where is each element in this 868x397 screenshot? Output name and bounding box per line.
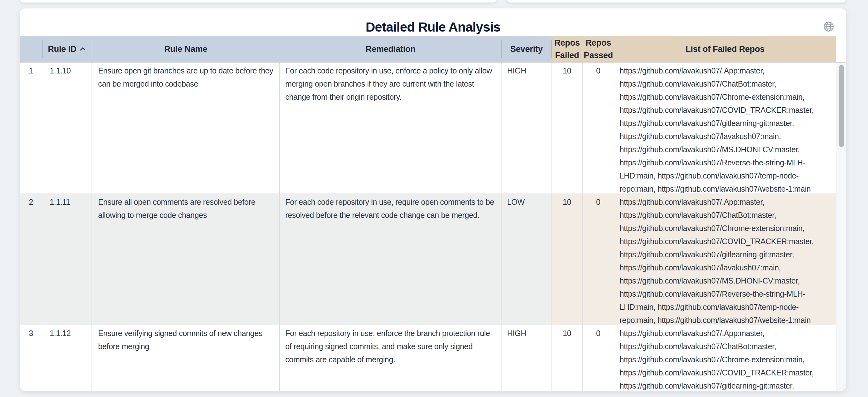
cell-rule-id: 1.1.11 [42,194,92,325]
table-row: 1 1.1.10 Ensure open git branches are up… [20,63,836,194]
cell-row-number: 3 [20,325,42,391]
cell-rule-name: Ensure open git branches are up to date … [92,63,280,193]
header-repos-passed[interactable]: Repos Passed [583,36,614,62]
cell-row-number: 1 [20,63,42,193]
cell-remediation: For each code repository in use, require… [280,194,501,325]
cell-remediation: For each code repository in use, enforce… [280,63,501,193]
header-rule-name[interactable]: Rule Name [92,36,280,62]
cell-remediation: For each repository in use, enforce the … [280,325,501,391]
cell-failed-repos: https://github.com/lavakush07/.App:maste… [614,325,836,391]
cell-rule-id: 1.1.10 [42,63,92,193]
cell-repos-passed: 0 [583,63,614,193]
rule-analysis-table: Rule ID Rule Name Remediation Severity R… [20,36,846,391]
header-remediation[interactable]: Remediation [280,36,501,62]
cell-repos-failed: 10 [552,194,583,325]
cell-row-number: 2 [20,194,42,325]
header-severity[interactable]: Severity [501,36,552,62]
table-row: 3 1.1.12 Ensure verifying signed commits… [20,325,836,391]
sort-ascending-icon [80,47,86,52]
cell-repos-failed: 10 [552,325,583,391]
cell-repos-passed: 0 [583,194,614,325]
header-repos-failed[interactable]: Repos Failed [552,36,583,62]
cell-rule-name: Ensure all open comments are resolved be… [92,194,280,325]
cell-failed-repos: https://github.com/lavakush07/.App:maste… [614,194,836,325]
cell-severity: HIGH [501,325,552,391]
table-scrollbar [836,36,846,391]
cell-rule-id: 1.1.12 [42,325,92,391]
table-header-row: Rule ID Rule Name Remediation Severity R… [20,36,836,63]
cell-severity: HIGH [501,63,552,193]
scrollbar-header-gap [836,36,846,63]
scrollbar-thumb[interactable] [839,65,844,147]
cell-rule-name: Ensure verifying signed commits of new c… [92,325,280,391]
detailed-rule-analysis-card: Detailed Rule Analysis Rule ID Rule Name… [20,8,846,391]
scrollbar-track[interactable] [836,63,846,391]
header-rule-id-label: Rule ID [48,43,76,55]
header-rule-id[interactable]: Rule ID [42,36,92,62]
cell-severity: LOW [501,194,552,325]
cell-repos-passed: 0 [583,325,614,391]
top-card-right [507,0,846,2]
page-title: Detailed Rule Analysis [20,20,846,35]
top-card-left [20,0,497,2]
header-failed-repos-list[interactable]: List of Failed Repos [614,36,836,62]
table-row: 2 1.1.11 Ensure all open comments are re… [20,194,836,325]
globe-icon[interactable] [823,21,834,32]
cell-failed-repos: https://github.com/lavakush07/.App:maste… [614,63,836,193]
cell-repos-failed: 10 [552,63,583,193]
header-index [20,36,42,62]
